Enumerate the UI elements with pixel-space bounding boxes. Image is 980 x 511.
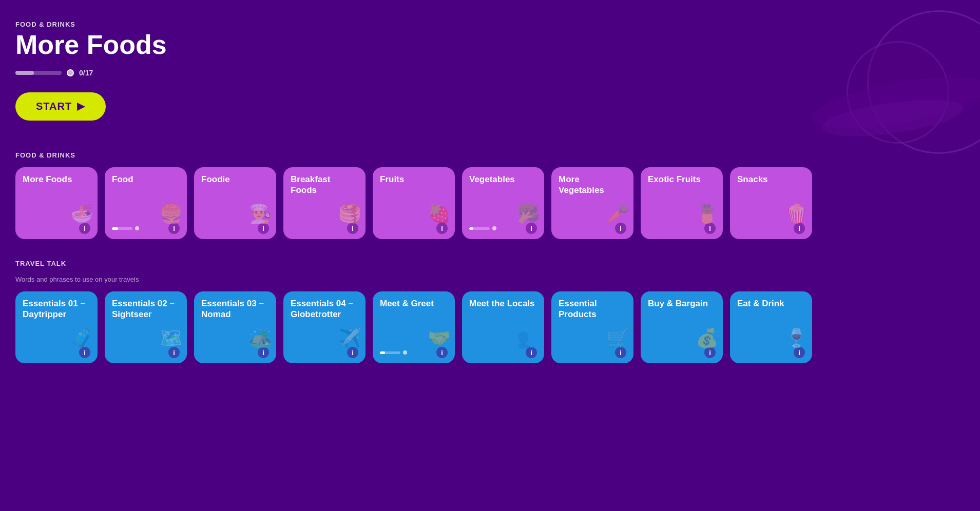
food-section-label: FOOD & DRINKS xyxy=(15,151,965,159)
hero-title: More Foods xyxy=(15,30,965,60)
hero-progress-text: 0/17 xyxy=(79,69,93,77)
hero-section-label: FOOD & DRINKS xyxy=(15,21,965,28)
hero-progress-fill xyxy=(15,71,34,75)
card-progress-meet-greet xyxy=(380,350,407,355)
card-icon-meet-greet: 🤝 xyxy=(428,327,451,349)
card-meet-locals[interactable]: Meet the Locals👥i xyxy=(462,291,544,363)
card-icon-foodie: 👨‍🍳 xyxy=(249,203,272,225)
card-icon-vegetables: 🥦 xyxy=(517,203,540,225)
hero-progress-dot xyxy=(67,69,74,76)
card-essentials-01[interactable]: Essentials 01 – Daytripper🧳i xyxy=(15,291,98,363)
card-progress-vegetables xyxy=(469,226,496,230)
card-food[interactable]: Food🍔i xyxy=(105,167,187,239)
card-icon-fruits: 🍓 xyxy=(428,203,451,225)
travel-cards-row: Essentials 01 – Daytripper🧳iEssentials 0… xyxy=(15,291,965,363)
card-exotic-fruits[interactable]: Exotic Fruits🍍i xyxy=(641,167,723,239)
card-foodie[interactable]: Foodie👨‍🍳i xyxy=(194,167,276,239)
card-icon-food: 🍔 xyxy=(160,203,183,225)
card-more-foods[interactable]: More Foods🍜i xyxy=(15,167,98,239)
travel-section-subtitle: Words and phrases to use on your travels xyxy=(15,276,965,283)
card-progress-food xyxy=(112,226,139,230)
card-icon-eat-drink: 🍷 xyxy=(785,327,808,349)
play-icon xyxy=(77,103,85,111)
card-meet-greet[interactable]: Meet & Greet🤝i xyxy=(373,291,455,363)
food-cards-row: More Foods🍜iFood🍔iFoodie👨‍🍳iBreakfast Fo… xyxy=(15,167,965,239)
card-icon-essentials-01: 🧳 xyxy=(70,327,93,349)
card-icon-snacks: 🍿 xyxy=(785,203,808,225)
hero-progress-bar xyxy=(15,71,62,75)
start-button[interactable]: START xyxy=(15,92,106,121)
hero-progress-row: 0/17 xyxy=(15,69,965,77)
card-snacks[interactable]: Snacks🍿i xyxy=(730,167,812,239)
card-icon-essentials-02: 🗺️ xyxy=(160,327,183,349)
card-icon-more-vegetables: 🥕 xyxy=(606,203,629,225)
card-essentials-03[interactable]: Essentials 03 – Nomad🏕️i xyxy=(194,291,276,363)
card-essential-products[interactable]: Essential Products🛒i xyxy=(551,291,633,363)
card-eat-drink[interactable]: Eat & Drink🍷i xyxy=(730,291,812,363)
card-icon-essentials-03: 🏕️ xyxy=(249,327,272,349)
start-label: START xyxy=(36,101,72,112)
card-more-vegetables[interactable]: More Vegetables🥕i xyxy=(551,167,633,239)
card-essentials-04[interactable]: Essentials 04 – Globetrotter✈️i xyxy=(283,291,366,363)
card-fruits[interactable]: Fruits🍓i xyxy=(373,167,455,239)
card-vegetables[interactable]: Vegetables🥦i xyxy=(462,167,544,239)
card-icon-meet-locals: 👥 xyxy=(517,327,540,349)
card-icon-essentials-04: ✈️ xyxy=(338,327,361,349)
travel-section: TRAVEL TALK Words and phrases to use on … xyxy=(15,260,965,363)
travel-section-label: TRAVEL TALK xyxy=(15,260,965,267)
card-essentials-02[interactable]: Essentials 02 – Sightseer🗺️i xyxy=(105,291,187,363)
card-icon-buy-bargain: 💰 xyxy=(696,327,719,349)
card-buy-bargain[interactable]: Buy & Bargain💰i xyxy=(641,291,723,363)
card-icon-exotic-fruits: 🍍 xyxy=(696,203,719,225)
card-icon-more-foods: 🍜 xyxy=(70,203,93,225)
card-icon-essential-products: 🛒 xyxy=(606,327,629,349)
card-breakfast-foods[interactable]: Breakfast Foods🥞i xyxy=(283,167,366,239)
card-icon-breakfast-foods: 🥞 xyxy=(338,203,361,225)
main-content: FOOD & DRINKS More Foods 0/17 START FOOD… xyxy=(0,0,980,404)
food-section: FOOD & DRINKS More Foods🍜iFood🍔iFoodie👨‍… xyxy=(15,151,965,239)
hero-section: FOOD & DRINKS More Foods 0/17 START xyxy=(15,21,965,121)
